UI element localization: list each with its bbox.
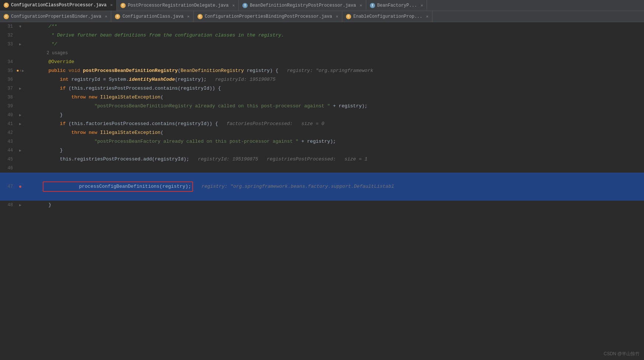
gutter-33[interactable]: ▶ — [17, 42, 24, 46]
tab-close-class[interactable]: ✕ — [187, 14, 190, 19]
line-num-32: 32 — [0, 31, 17, 40]
code-editor[interactable]: 31 ▼ /** 32 * Derive further bean defini… — [0, 22, 644, 360]
line-content-31: /** — [24, 22, 644, 31]
line-num-35: 35 — [0, 66, 17, 75]
line-num-41: 41 — [0, 120, 17, 128]
tab-icon-bean: I — [242, 3, 248, 8]
tab-icon-post: C — [120, 3, 126, 8]
code-line-42: 42 throw new IllegalStateException( — [0, 128, 644, 137]
line-content-47: processConfigBeanDefinitions(registry); … — [24, 173, 644, 201]
line-content-39: "postProcessBeanDefinitionRegistry alrea… — [24, 102, 644, 111]
tab-label-enable: EnableConfigurationProp... — [353, 14, 422, 19]
code-line-36: 36 int registryId = System.identityHashC… — [0, 75, 644, 84]
line-num-39: 39 — [0, 102, 17, 111]
gutter-48[interactable]: ▶ — [17, 203, 24, 207]
fold-icon-37[interactable]: ▶ — [19, 86, 21, 91]
tab-binder[interactable]: C ConfigurationPropertiesBinder.java ✕ — [0, 11, 111, 22]
gutter-47[interactable]: ● — [17, 184, 24, 190]
fold-icon-40[interactable]: ▶ — [19, 113, 21, 117]
fold-icon-44[interactable]: ▶ — [19, 148, 21, 153]
line-content-44: } — [24, 146, 644, 155]
line-content-45: this.registriesPostProcessed.add(registr… — [24, 155, 644, 164]
code-line-48: 48 ▶ } — [0, 201, 644, 210]
line-num-36: 36 — [0, 75, 17, 84]
line-content-48: } — [24, 201, 644, 210]
code-line-32: 32 * Derive further bean definitions fro… — [0, 31, 644, 40]
warning-icon-35: ● — [16, 68, 19, 74]
fold-icon-33[interactable]: ▶ — [19, 42, 21, 46]
code-line-33: 33 ▶ */ — [0, 40, 644, 49]
line-content-42: throw new IllegalStateException( — [24, 128, 644, 137]
tab-icon-config: C — [4, 3, 9, 8]
line-content-32: * Derive further bean definitions from t… — [24, 31, 644, 40]
line-content-33: */ — [24, 40, 644, 49]
gutter-44[interactable]: ▶ — [17, 148, 24, 153]
code-line-40: 40 ▶ } — [0, 111, 644, 120]
tab-icon-enable: C — [346, 14, 351, 19]
line-content-43: "postProcessBeanFactory already called o… — [24, 137, 644, 146]
tab-label-binding: ConfigurationPropertiesBindingPostProces… — [205, 14, 332, 19]
tab-label-post: PostProcessorRegistrationDelegate.java — [128, 3, 229, 8]
line-num-37: 37 — [0, 84, 17, 93]
tab-label-class: ConfigurationClass.java — [122, 14, 183, 19]
arrow-up-icon-35: ↑ — [20, 69, 22, 73]
fold-icon-31[interactable]: ▼ — [19, 25, 21, 29]
line-num-33: 33 — [0, 40, 17, 49]
line-num-46: 46 — [0, 164, 17, 173]
tab-binding[interactable]: C ConfigurationPropertiesBindingPostProc… — [194, 11, 342, 22]
line-num-42: 42 — [0, 128, 17, 137]
tab-bar-row2: C ConfigurationPropertiesBinder.java ✕ C… — [0, 11, 644, 22]
usage-hint: 2 usages — [24, 49, 644, 58]
breakpoint-icon-47[interactable]: ● — [19, 184, 22, 190]
tab-close-factory[interactable]: ✕ — [421, 3, 423, 8]
code-line-usage: 2 usages — [0, 49, 644, 58]
tab-close-binding[interactable]: ✕ — [336, 14, 338, 19]
code-line-46: 46 — [0, 164, 644, 173]
tab-close-post[interactable]: ✕ — [232, 3, 235, 8]
gutter-41[interactable]: ▶ — [17, 122, 24, 126]
line-num-34: 34 — [0, 58, 17, 66]
gutter-37[interactable]: ▶ — [17, 86, 24, 91]
tab-label-bean: BeanDefinitionRegistryPostProcessor.java — [250, 3, 356, 8]
line-num-44: 44 — [0, 146, 17, 155]
fold-icon-48[interactable]: ▶ — [19, 203, 21, 207]
highlighted-call-box: processConfigBeanDefinitions(registry); — [43, 181, 193, 192]
line-num-31: 31 — [0, 22, 17, 31]
tab-close-config[interactable]: ✕ — [110, 3, 113, 7]
line-content-36: int registryId = System.identityHashCode… — [24, 75, 644, 84]
code-line-44: 44 ▶ } — [0, 146, 644, 155]
tab-close-bean[interactable]: ✕ — [360, 3, 362, 8]
tab-class[interactable]: C ConfigurationClass.java ✕ — [111, 11, 193, 22]
tab-bar-row1: C ConfigurationClassPostProcessor.java ✕… — [0, 0, 644, 11]
code-line-37: 37 ▶ if (this.registriesPostProcessed.co… — [0, 84, 644, 93]
tab-close-binder[interactable]: ✕ — [105, 14, 108, 19]
tab-label-binder: ConfigurationPropertiesBinder.java — [11, 14, 101, 19]
fold-icon-41[interactable]: ▶ — [19, 122, 21, 126]
tab-label-factory: BeanFactoryP... — [377, 3, 417, 8]
tab-close-enable[interactable]: ✕ — [426, 14, 428, 19]
gutter-35[interactable]: ● ↑ ▶ — [17, 68, 24, 74]
tab-factory[interactable]: I BeanFactoryP... ✕ — [366, 0, 427, 11]
code-line-39: 39 "postProcessBeanDefinitionRegistry al… — [0, 102, 644, 111]
tab-config[interactable]: C ConfigurationClassPostProcessor.java ✕ — [0, 0, 117, 11]
tab-icon-binder: C — [4, 14, 9, 19]
gutter-40[interactable]: ▶ — [17, 113, 24, 117]
line-content-38: throw new IllegalStateException( — [24, 93, 644, 102]
tab-enable[interactable]: C EnableConfigurationProp... ✕ — [342, 11, 433, 22]
tab-post[interactable]: C PostProcessorRegistrationDelegate.java… — [117, 0, 239, 11]
line-content-37: if (this.registriesPostProcessed.contain… — [24, 84, 644, 93]
line-content-35: public void postProcessBeanDefinitionReg… — [24, 66, 644, 75]
tab-label-config: ConfigurationClassPostProcessor.java — [11, 3, 106, 8]
line-num-40: 40 — [0, 111, 17, 120]
code-line-47: 47 ● processConfigBeanDefinitions(regist… — [0, 173, 644, 201]
line-content-41: if (this.factoriesPostProcessed.contains… — [24, 120, 644, 128]
gutter-31[interactable]: ▼ — [17, 25, 24, 29]
line-num-47: 47 — [0, 182, 17, 191]
watermark: CSDN @半山惊竹 — [603, 351, 640, 357]
code-line-43: 43 "postProcessBeanFactory already calle… — [0, 137, 644, 146]
line-content-34: @Override — [24, 58, 644, 66]
line-num-43: 43 — [0, 137, 17, 146]
tab-icon-class: C — [115, 14, 120, 19]
code-line-34: 34 @Override — [0, 58, 644, 66]
tab-bean[interactable]: I BeanDefinitionRegistryPostProcessor.ja… — [239, 0, 366, 11]
